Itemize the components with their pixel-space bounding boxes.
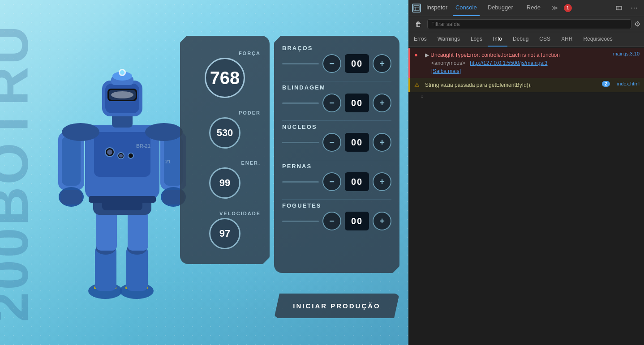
filter-input[interactable]	[427, 19, 631, 29]
pernas-display: 00	[345, 172, 369, 191]
svg-rect-19	[89, 196, 156, 203]
warning-icon: ⚠	[414, 81, 421, 88]
nucleos-increment-button[interactable]: +	[373, 133, 391, 152]
svg-point-15	[107, 149, 112, 155]
more-tabs-button[interactable]: ≫	[549, 2, 561, 14]
inspector-icon-box	[412, 4, 421, 13]
poder-row: 530	[209, 117, 240, 149]
tab-warnings[interactable]: Warnings	[432, 32, 465, 47]
svg-point-29	[145, 123, 183, 141]
pernas-decrement-button[interactable]: −	[322, 172, 341, 191]
bracos-decrement-button[interactable]: −	[322, 54, 341, 73]
game-panel: 200BOTRU	[0, 0, 408, 345]
expand-row: »	[408, 92, 644, 101]
devtools-tabs: Erros Warnings Logs Info Debug CSS XHR R…	[408, 32, 644, 47]
trash-icon: 🗑	[415, 21, 421, 28]
tab-info[interactable]: Info	[488, 32, 507, 47]
foguetes-decrement-button[interactable]: −	[322, 212, 341, 230]
devtools-toolbar: Inspetor Console Debugger Rede ≫ 1 ⋯	[408, 0, 644, 16]
more-icon: ≫	[552, 4, 558, 11]
error-sub1: <anonymous> http://127.0.0.1:5500/js/mai…	[425, 59, 600, 67]
error-sub2: [Saiba mais]	[425, 67, 600, 75]
settings-gear-icon[interactable]: ⚙	[634, 20, 640, 28]
start-production-button[interactable]: INICIAR PRODUÇÃO	[274, 294, 399, 318]
svg-point-39	[120, 70, 125, 75]
nucleos-display: 00	[345, 133, 369, 152]
error-expand-arrow[interactable]: ▶	[425, 52, 430, 58]
velocidade-value: 97	[219, 228, 230, 239]
stat-poder: PODER 530	[185, 110, 265, 149]
tab-debug[interactable]: Debug	[507, 32, 534, 47]
resize-button[interactable]	[613, 2, 625, 14]
start-btn-label: INICIAR PRODUÇÃO	[293, 302, 381, 310]
blindagem-decrement-button[interactable]: −	[322, 94, 341, 112]
poder-value: 530	[217, 127, 233, 139]
trash-button[interactable]: 🗑	[412, 18, 425, 30]
velocidade-label: VELOCIDADE	[185, 211, 265, 216]
svg-rect-21	[62, 136, 81, 186]
saiba-mais-link[interactable]: [Saiba mais]	[431, 68, 461, 74]
blindagem-display: 00	[345, 94, 369, 112]
devtools-second-toolbar: 🗑 ⚙	[408, 16, 644, 32]
warning-location[interactable]: index.html	[617, 81, 640, 86]
divider-3	[282, 160, 391, 160]
warning-text: String vazia passada para getElementById…	[425, 82, 532, 88]
pernas-increment-button[interactable]: +	[373, 172, 391, 191]
tab-erros[interactable]: Erros	[408, 32, 432, 47]
more-dots-icon: ⋯	[631, 4, 638, 12]
stats-panel: FORÇA 768 PODER 530 ENER. 99 VELOCIDADE	[180, 36, 270, 264]
console-tab-header[interactable]: Console	[453, 0, 480, 16]
nucleos-decrement-button[interactable]: −	[322, 133, 341, 152]
svg-point-28	[62, 123, 99, 141]
devtools-panel: Inspetor Console Debugger Rede ≫ 1 ⋯ 🗑 ⚙…	[408, 0, 644, 345]
warning-body: String vazia passada para getElementById…	[425, 81, 598, 89]
bracos-increment-button[interactable]: +	[373, 54, 391, 73]
error-main-msg: ▶ Uncaught TypeError: controle.forEach i…	[425, 52, 560, 58]
foguetes-label: FOGUETES	[282, 202, 391, 209]
forca-label: FORÇA	[185, 51, 265, 56]
bracos-row: − 00 +	[282, 54, 391, 73]
divider-2	[282, 120, 391, 121]
error-icon: ●	[414, 51, 421, 58]
blindagem-label: BLINDAGEM	[282, 84, 391, 91]
poder-label: PODER	[185, 110, 265, 115]
blindagem-line	[282, 102, 319, 104]
stat-forca: FORÇA 768	[185, 51, 265, 98]
tab-xhr[interactable]: XHR	[556, 32, 578, 47]
control-blindagem: BLINDAGEM − 00 +	[282, 84, 391, 116]
devtools-content: ● ▶ Uncaught TypeError: controle.forEach…	[408, 47, 644, 345]
nucleos-label: NÚCLEOS	[282, 124, 391, 130]
energia-label: ENER.	[185, 160, 265, 166]
warning-badge: 2	[602, 81, 610, 87]
blindagem-increment-button[interactable]: +	[373, 94, 391, 112]
console-entry-error: ● ▶ Uncaught TypeError: controle.forEach…	[408, 48, 644, 78]
debugger-tab-header[interactable]: Debugger	[482, 1, 519, 15]
pernas-row: − 00 +	[282, 172, 391, 191]
nucleos-line	[282, 142, 319, 143]
error-link[interactable]: http://127.0.0.1:5500/js/main.js:3	[470, 60, 547, 66]
foguetes-line	[282, 221, 319, 222]
error-location[interactable]: main.js:3:10	[604, 51, 640, 56]
rede-tab-header[interactable]: Rede	[521, 1, 546, 15]
tab-logs[interactable]: Logs	[465, 32, 488, 47]
error-text: Uncaught TypeError: controle.forEach is …	[430, 52, 560, 58]
svg-rect-23	[60, 190, 82, 204]
foguetes-row: − 00 +	[282, 212, 391, 230]
control-pernas: PERNAS − 00 +	[282, 163, 391, 195]
divider-4	[282, 199, 391, 200]
error-body: ▶ Uncaught TypeError: controle.forEach i…	[425, 51, 600, 75]
divider-1	[282, 81, 391, 81]
pernas-label: PERNAS	[282, 163, 391, 170]
svg-text:BR-21: BR-21	[136, 143, 150, 149]
poder-circle: 530	[209, 117, 240, 149]
console-entry-warning: ⚠ String vazia passada para getElementBy…	[408, 78, 644, 92]
controls-panel: BRAÇOS − 00 + BLINDAGEM − 00 + NÚCLEOS	[274, 36, 399, 273]
tab-requisicoes[interactable]: Requisições	[578, 32, 618, 47]
blindagem-row: − 00 +	[282, 94, 391, 112]
error-badge: 1	[564, 4, 572, 12]
inspetor-tab[interactable]: Inspetor	[424, 1, 450, 15]
more-button[interactable]: ⋯	[628, 2, 640, 14]
velocidade-circle: 97	[209, 218, 240, 249]
tab-css[interactable]: CSS	[534, 32, 556, 47]
foguetes-increment-button[interactable]: +	[373, 212, 391, 230]
